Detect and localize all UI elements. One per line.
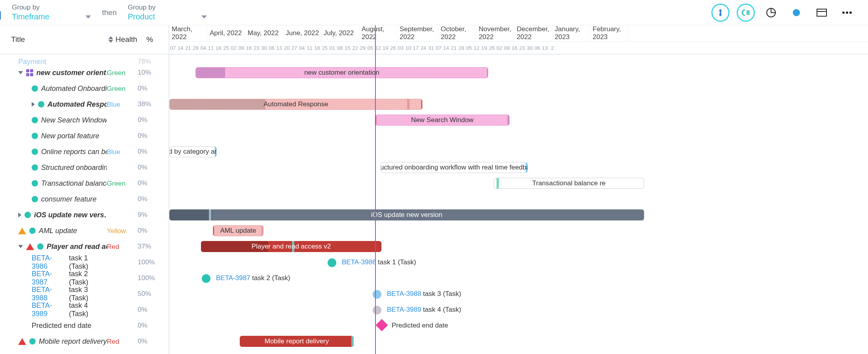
column-title-header[interactable]: Title (11, 35, 106, 44)
gantt-bar[interactable]: New Search Window (375, 115, 510, 126)
gantt-bar-label: New Search Window (411, 116, 474, 124)
task-tail: task 4 (Task) (69, 301, 107, 318)
table-row[interactable]: consumer feature0% (0, 191, 169, 207)
row-percent: 50% (138, 290, 161, 298)
chevron-right-icon[interactable] (18, 213, 21, 217)
task-link[interactable]: BETA-3988 (32, 286, 66, 302)
gantt-bar-label: new customer orientation (304, 69, 379, 77)
timeline-row: Player and read access v2 (169, 239, 868, 254)
table-row[interactable]: Mobile report deliveryRed0% (0, 333, 169, 349)
table-row[interactable]: Online reports can be gr…Blue0% (0, 144, 169, 160)
more-button[interactable] (838, 4, 856, 22)
jira-button[interactable] (711, 4, 730, 22)
health-badge: Blue (107, 101, 120, 108)
timeline-row: AML update (169, 223, 868, 239)
gantt-bar[interactable]: iOS update new version (169, 209, 644, 220)
day-cell: 18 (314, 41, 321, 55)
pie-chart-button[interactable] (762, 4, 780, 22)
table-row[interactable]: Player and read ac…Red37% (0, 239, 169, 254)
task-link[interactable]: BETA-3989 (387, 306, 421, 313)
day-cell: 11 (306, 41, 313, 55)
column-health-header[interactable]: Health (116, 35, 146, 44)
row-list: Payment 78% new customer orientationGree… (0, 55, 169, 354)
row-title: New Search Window (41, 116, 107, 124)
table-row[interactable]: Automated Onboarding …Green0% (0, 81, 169, 96)
table-row[interactable]: BETA-3986 task 1 (Task)100% (0, 254, 169, 270)
table-row[interactable]: Predicted end date0% (0, 318, 169, 333)
table-row[interactable]: AML updateYellow0% (0, 223, 169, 239)
timeline-panel: March, 2022April, 2022May, 2022June, 202… (169, 25, 868, 354)
row-title: New portal feature (41, 132, 99, 140)
task-dot-icon[interactable] (328, 258, 336, 267)
row-title: Mobile report delivery (39, 337, 107, 346)
timeline-body[interactable]: new customer orientationAutomated Respon… (169, 55, 868, 354)
toolbar-right (711, 4, 856, 22)
day-cell: 06 (268, 41, 275, 55)
svg-point-5 (849, 11, 852, 14)
gantt-bar[interactable]: Mobile report delivery (240, 336, 354, 347)
table-row[interactable]: BETA-3987 task 2 (Task)100% (0, 270, 169, 286)
task-dot-icon[interactable] (373, 306, 381, 314)
table-row[interactable]: Transactional balance re…Green0% (0, 175, 169, 191)
gantt-bar[interactable]: Transactional balance re (494, 178, 644, 189)
arrow-left-icon (201, 241, 202, 252)
sort-toggle[interactable] (106, 36, 116, 43)
timeline-row: BETA-3986 task 1 (Task) (169, 254, 868, 270)
groupby-primary[interactable]: Group by Timeframe (12, 4, 91, 21)
layout-button[interactable] (813, 4, 831, 22)
task-link[interactable]: BETA-3987 (32, 270, 66, 286)
day-cell: 09 (503, 41, 511, 55)
row-percent: 0% (138, 85, 161, 92)
row-title: Predicted end date (32, 322, 91, 330)
column-percent-header[interactable]: % (146, 35, 169, 44)
circle-icon (793, 9, 800, 16)
table-row[interactable]: Structured onboarding w…0% (0, 160, 169, 175)
gantt-bar[interactable]: Automated Response (169, 99, 423, 110)
table-row[interactable]: new customer orientationGreen10% (0, 65, 169, 81)
day-cell: 19 (382, 41, 389, 55)
health-badge: Green (107, 69, 125, 77)
task-link[interactable]: BETA-3989 (32, 301, 66, 318)
month-cell: May, 2022 (245, 25, 283, 41)
day-cell: 22 (352, 41, 359, 55)
page-handle-left-icon[interactable] (0, 11, 1, 20)
table-row[interactable]: Automated ResponseBlue38% (0, 96, 169, 112)
task-link[interactable]: BETA-3986 (342, 258, 376, 266)
milestone-diamond-icon[interactable] (375, 319, 388, 331)
gantt-bar[interactable]: Structured onboarding workflow with real… (381, 162, 528, 173)
day-cell: 05 (465, 41, 473, 55)
gantt-bar[interactable]: AML update (213, 225, 263, 236)
circle-button[interactable] (787, 4, 805, 22)
table-row[interactable]: BETA-3988 task 3 (Task)50% (0, 286, 169, 302)
task-link[interactable]: BETA-3986 (32, 254, 66, 271)
progress-tick-icon (487, 67, 488, 78)
table-row[interactable]: Payment 78% (0, 58, 169, 65)
task-dot-icon[interactable] (373, 290, 381, 299)
day-cell: 25 (222, 41, 230, 55)
gantt-bar-label: Automated Response (263, 100, 328, 108)
timeline-label: BETA-3989 task 4 (Task) (387, 306, 461, 314)
day-cell: 13 (276, 41, 283, 55)
table-row[interactable]: New portal feature0% (0, 128, 169, 144)
day-cell: 30 (260, 41, 268, 55)
table-row[interactable]: New Search Window0% (0, 112, 169, 128)
toolbar: Group by Timeframe then Group by Product (0, 0, 868, 25)
table-row[interactable]: BETA-3989 task 4 (Task)0% (0, 302, 169, 318)
task-dot-icon[interactable] (202, 274, 210, 283)
gantt-bar[interactable]: ped by category an… (169, 146, 217, 157)
timeline-row: Automated Response (169, 96, 868, 112)
gantt-bar[interactable]: Player and read access v2 (201, 241, 381, 252)
arrow-right-icon (421, 99, 423, 110)
table-row[interactable]: iOS update new version9% (0, 207, 169, 223)
item-dot-icon (38, 101, 44, 107)
task-link[interactable]: BETA-3988 (387, 290, 421, 298)
clarity-button[interactable] (737, 4, 755, 22)
chevron-down-icon[interactable] (18, 245, 23, 248)
gantt-bar[interactable]: new customer orientation (195, 67, 488, 78)
day-cell: 05 (367, 41, 374, 55)
month-cell: July, 2022 (321, 25, 359, 41)
chevron-right-icon[interactable] (32, 102, 35, 107)
groupby-secondary[interactable]: Group by Product (128, 4, 207, 21)
task-link[interactable]: BETA-3987 (216, 274, 250, 282)
chevron-down-icon[interactable] (18, 71, 23, 74)
